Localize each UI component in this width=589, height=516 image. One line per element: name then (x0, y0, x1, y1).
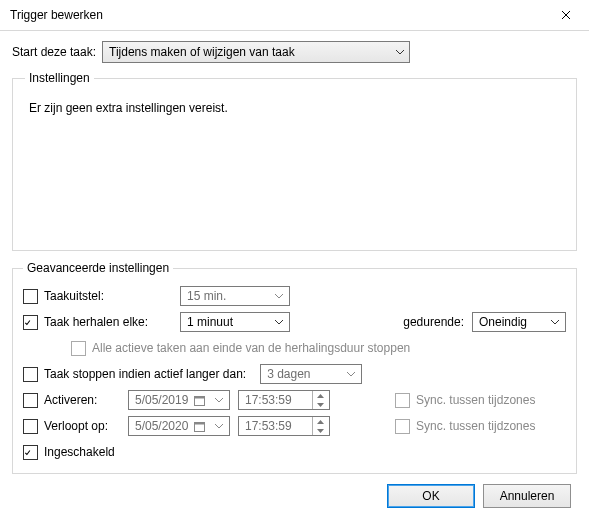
chevron-down-icon (346, 369, 356, 379)
calendar-icon (192, 391, 208, 409)
expire-time-value: 17:53:59 (245, 419, 292, 433)
delay-row: Taakuitstel: 15 min. (23, 283, 566, 309)
activate-checkbox[interactable] (23, 393, 38, 408)
stop-if-value: 3 dagen (267, 367, 310, 381)
check-icon (24, 447, 31, 458)
stop-if-label: Taak stoppen indien actief langer dan: (44, 367, 246, 381)
cancel-label: Annuleren (500, 489, 555, 503)
activate-date-input[interactable]: 5/05/2019 (128, 390, 230, 410)
check-icon (24, 317, 31, 328)
repeat-checkbox[interactable] (23, 315, 38, 330)
duration-combo[interactable]: Oneindig (472, 312, 566, 332)
stop-if-combo[interactable]: 3 dagen (260, 364, 362, 384)
stop-if-row: Taak stoppen indien actief langer dan: 3… (23, 361, 566, 387)
stop-all-checkbox (71, 341, 86, 356)
chevron-down-icon (550, 317, 560, 327)
chevron-down-icon (317, 429, 324, 433)
cancel-button[interactable]: Annuleren (483, 484, 571, 508)
duration-label: gedurende: (403, 315, 464, 329)
advanced-legend: Geavanceerde instellingen (23, 261, 173, 275)
start-task-row: Start deze taak: Tijdens maken of wijzig… (12, 41, 577, 63)
delay-combo[interactable]: 15 min. (180, 286, 290, 306)
activate-label: Activeren: (44, 393, 128, 407)
enabled-label: Ingeschakeld (44, 445, 115, 459)
close-icon (561, 10, 571, 20)
ok-button[interactable]: OK (387, 484, 475, 508)
expire-row: Verloopt op: 5/05/2020 17:53:59 Sync. tu… (23, 413, 566, 439)
expire-checkbox[interactable] (23, 419, 38, 434)
activate-time-value: 17:53:59 (245, 393, 292, 407)
calendar-icon (192, 417, 208, 435)
expire-sync-label: Sync. tussen tijdzones (416, 419, 566, 433)
svg-rect-1 (195, 396, 205, 398)
repeat-value: 1 minuut (187, 315, 233, 329)
expire-date-value: 5/05/2020 (135, 419, 188, 433)
chevron-up-icon (317, 420, 324, 424)
repeat-label: Taak herhalen elke: (44, 315, 180, 329)
delay-checkbox[interactable] (23, 289, 38, 304)
chevron-down-icon (317, 403, 324, 407)
expire-sync-checkbox (395, 419, 410, 434)
enabled-checkbox[interactable] (23, 445, 38, 460)
activate-sync-label: Sync. tussen tijdzones (416, 393, 566, 407)
advanced-group: Geavanceerde instellingen Taakuitstel: 1… (12, 261, 577, 474)
activate-row: Activeren: 5/05/2019 17:53:59 Sync. tuss… (23, 387, 566, 413)
settings-group: Instellingen Er zijn geen extra instelli… (12, 71, 577, 251)
window-title: Trigger bewerken (10, 8, 103, 22)
settings-message: Er zijn geen extra instellingen vereist. (25, 95, 564, 121)
expire-label: Verloopt op: (44, 419, 128, 433)
repeat-row: Taak herhalen elke: 1 minuut gedurende: … (23, 309, 566, 335)
repeat-combo[interactable]: 1 minuut (180, 312, 290, 332)
enabled-row: Ingeschakeld (23, 439, 566, 465)
chevron-up-icon (317, 394, 324, 398)
start-task-label: Start deze taak: (12, 45, 96, 59)
start-task-combo[interactable]: Tijdens maken of wijzigen van taak (102, 41, 410, 63)
title-bar: Trigger bewerken (0, 0, 589, 31)
settings-legend: Instellingen (25, 71, 94, 85)
activate-date-value: 5/05/2019 (135, 393, 188, 407)
delay-value: 15 min. (187, 289, 226, 303)
expire-date-input[interactable]: 5/05/2020 (128, 416, 230, 436)
chevron-down-icon (274, 317, 284, 327)
stop-if-checkbox[interactable] (23, 367, 38, 382)
activate-time-input[interactable]: 17:53:59 (238, 390, 330, 410)
chevron-down-icon (395, 47, 405, 57)
svg-rect-3 (195, 422, 205, 424)
delay-label: Taakuitstel: (44, 289, 180, 303)
close-button[interactable] (543, 0, 589, 30)
start-task-value: Tijdens maken of wijzigen van taak (109, 45, 295, 59)
ok-label: OK (422, 489, 439, 503)
stop-all-label: Alle actieve taken aan einde van de herh… (92, 341, 410, 355)
stop-all-row: Alle actieve taken aan einde van de herh… (23, 335, 566, 361)
chevron-down-icon (214, 395, 224, 405)
chevron-down-icon (274, 291, 284, 301)
activate-sync-checkbox (395, 393, 410, 408)
spinner[interactable] (312, 391, 327, 409)
spinner[interactable] (312, 417, 327, 435)
dialog-buttons: OK Annuleren (12, 484, 577, 508)
chevron-down-icon (214, 421, 224, 431)
expire-time-input[interactable]: 17:53:59 (238, 416, 330, 436)
duration-value: Oneindig (479, 315, 527, 329)
